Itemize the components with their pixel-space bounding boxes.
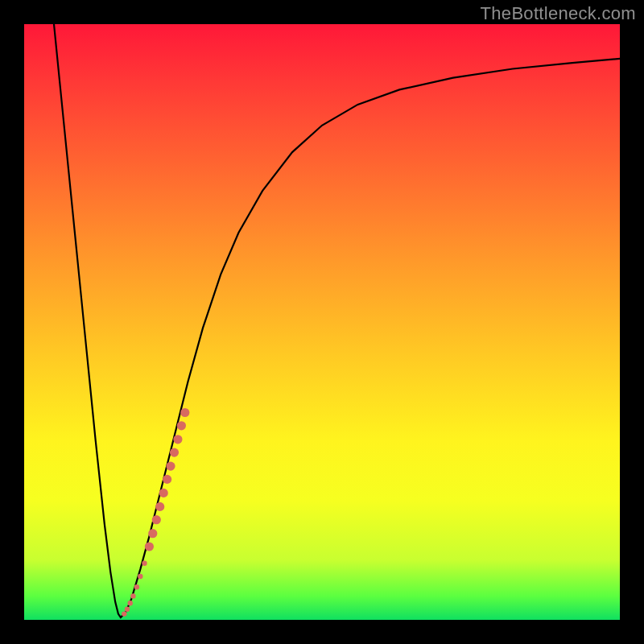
bottleneck-curve	[54, 24, 620, 617]
highlight-dot	[170, 448, 179, 457]
highlight-dot	[173, 435, 182, 444]
chart-svg	[24, 24, 620, 620]
highlight-dot	[145, 542, 154, 551]
watermark-text: TheBottleneck.com	[481, 3, 636, 24]
chart-frame: TheBottleneck.com	[0, 0, 644, 644]
highlight-dot	[138, 574, 142, 579]
highlight-dot	[163, 475, 171, 484]
highlight-dot	[166, 462, 175, 471]
plot-area	[24, 24, 620, 620]
highlight-dot	[155, 502, 164, 511]
highlight-dot	[148, 529, 157, 538]
highlight-dot	[177, 421, 186, 430]
highlight-dot	[159, 489, 168, 497]
highlight-dot	[142, 561, 147, 566]
highlight-dot	[134, 584, 139, 589]
highlight-dot	[128, 601, 133, 605]
highlight-dot	[125, 607, 130, 612]
highlight-dot	[180, 408, 189, 417]
highlight-dot	[122, 611, 126, 616]
highlight-dot	[152, 515, 161, 524]
highlight-dot	[130, 593, 135, 598]
